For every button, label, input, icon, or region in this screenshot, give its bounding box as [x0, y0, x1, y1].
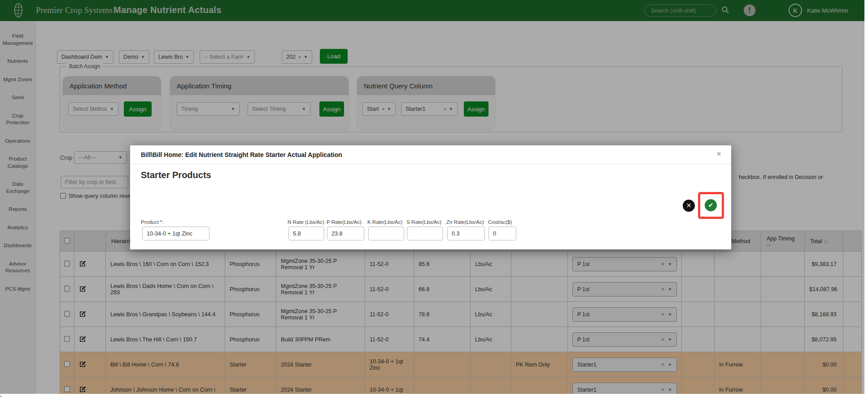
cost-field[interactable] [489, 227, 516, 240]
product-field[interactable] [142, 227, 209, 240]
p-rate-label: P Rate(Lbs/Ac) [327, 219, 362, 225]
s-rate-label: S Rate(Lbs/Ac) [406, 219, 441, 225]
cancel-icon[interactable]: ✕ [683, 200, 695, 212]
modal-title: Bill\Bill Home: Edit Nutrient Straight R… [141, 151, 342, 158]
window-frame-bottom [0, 394, 868, 397]
edit-application-modal: Bill\Bill Home: Edit Nutrient Straight R… [130, 145, 731, 249]
k-rate-field[interactable] [368, 227, 404, 240]
app-root: Premier Crop Systems Manage Nutrient Act… [0, 0, 868, 397]
product-label: Product *: [141, 219, 164, 225]
zn-rate-label: Zn Rate(Lbs/Ac) [446, 219, 484, 225]
starter-products-heading: Starter Products [141, 170, 211, 180]
zn-rate-field[interactable] [447, 227, 485, 240]
modal-title-bar: Bill\Bill Home: Edit Nutrient Straight R… [130, 145, 731, 164]
p-rate-field[interactable] [327, 227, 364, 240]
s-rate-field[interactable] [407, 227, 443, 240]
n-rate-label: N Rate (Lbs/Ac) [288, 219, 324, 225]
confirm-check-icon[interactable]: ✔ [705, 199, 717, 211]
n-rate-field[interactable] [288, 227, 324, 240]
window-frame-right [864, 0, 868, 397]
k-rate-label: K Rate(Lbs/Ac) [367, 219, 402, 225]
cost-label: Cost/ac($) [488, 219, 512, 225]
close-icon[interactable]: × [716, 149, 721, 159]
